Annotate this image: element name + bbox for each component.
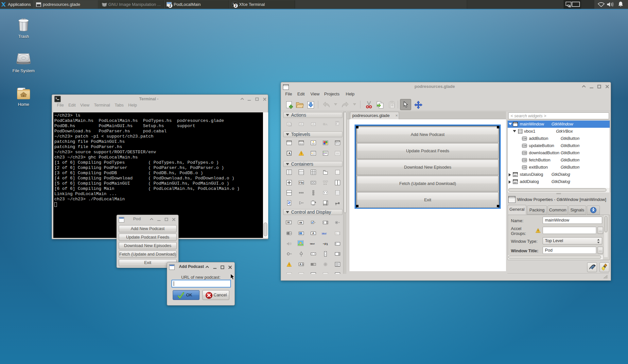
svg-text:0..: 0.. (336, 232, 338, 235)
svg-text:OK: OK (287, 221, 290, 224)
svg-text:A: A (288, 151, 291, 155)
svg-text:A: A (300, 123, 302, 126)
svg-text:label: label (322, 232, 326, 234)
svg-text:F1: F1 (324, 242, 328, 246)
svg-text:A: A (312, 232, 314, 235)
svg-text:A: A (312, 123, 314, 126)
svg-text:File: File (299, 181, 304, 184)
svg-text:label: label (310, 242, 315, 245)
svg-text:A: A (288, 123, 290, 126)
svg-text:ON: ON (299, 222, 302, 224)
svg-text:A: A (325, 123, 327, 126)
svg-text:A: A (300, 263, 302, 266)
